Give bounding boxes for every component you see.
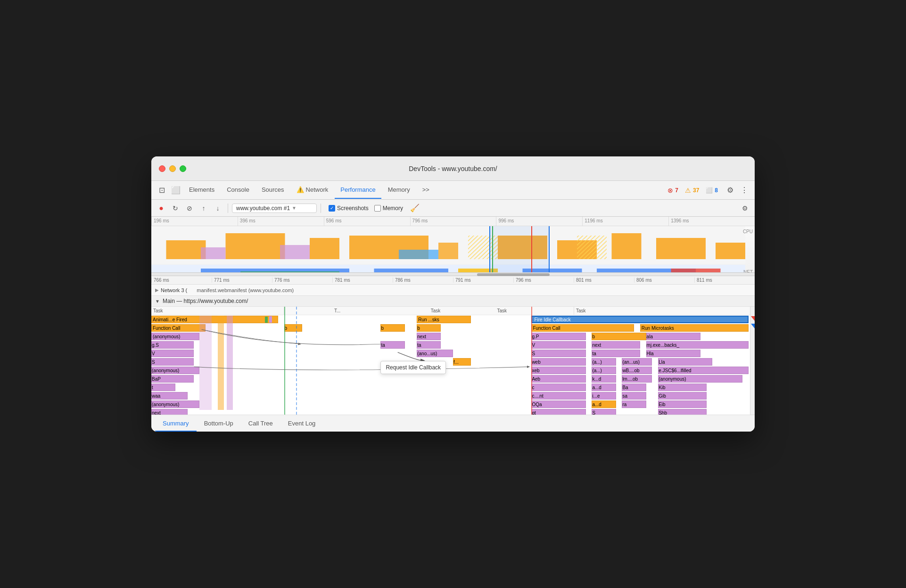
flame-block-b2[interactable]: b	[380, 324, 404, 332]
close-button[interactable]	[159, 165, 165, 172]
tab-sources[interactable]: Sources	[256, 182, 290, 199]
flame-block-f[interactable]: f...	[453, 358, 471, 366]
flame-block-anon3[interactable]: (anonymous)	[658, 375, 742, 383]
flame-block-waa[interactable]: waa	[151, 392, 188, 400]
flame-block-ejsc[interactable]: e.JSC$6...lfilled	[658, 367, 749, 374]
inspect-icon[interactable]: ⊡	[155, 184, 168, 197]
flame-block-ra[interactable]: ra	[622, 400, 646, 408]
more-options-icon[interactable]: ⋮	[738, 184, 751, 197]
error-badge-yellow[interactable]: ⚠ 37	[682, 187, 702, 194]
flame-block-xeb[interactable]: xeb	[531, 367, 585, 374]
tab-network[interactable]: ⚠️ Network	[291, 182, 334, 199]
screenshots-checkbox[interactable]: ✓ Screenshots	[329, 205, 369, 212]
flame-block-b3[interactable]: b	[417, 324, 441, 332]
overview-scrollbar-thumb[interactable]	[477, 273, 550, 276]
flame-block-ta1[interactable]: ta	[380, 341, 404, 349]
flame-block-a2[interactable]: (a...)	[592, 367, 616, 374]
flame-block-b1[interactable]: b	[284, 324, 302, 332]
flame-block-b4[interactable]: b	[592, 333, 646, 340]
minimize-button[interactable]	[169, 165, 176, 172]
reload-button[interactable]: ↻	[169, 202, 181, 214]
device-icon[interactable]: ⬜	[169, 184, 182, 197]
flame-block-functioncall1[interactable]: Function Call	[151, 324, 206, 332]
flame-block-anon1[interactable]: (anonymous)	[151, 333, 199, 340]
tab-elements[interactable]: Elements	[183, 182, 220, 199]
timeline-cpu-chart: CPU NET	[151, 226, 755, 273]
tab-performance[interactable]: Performance	[335, 182, 381, 199]
flame-block-c[interactable]: c	[531, 384, 585, 391]
settings-icon[interactable]: ⚙	[724, 184, 737, 197]
tab-memory[interactable]: Memory	[382, 182, 416, 199]
flame-block-s1[interactable]: S	[531, 350, 585, 357]
tab-calltree[interactable]: Call Tree	[241, 416, 280, 432]
flame-row-8: BaP Aeb k...d lm....ob (anonymous)	[151, 375, 755, 383]
flame-row-3: (anonymous) next g.P b ala	[151, 332, 755, 341]
flame-block-kd[interactable]: k...d	[592, 375, 616, 383]
flame-block-ala[interactable]: ala	[646, 333, 700, 340]
flame-block-shb[interactable]: Shb	[658, 409, 706, 415]
flame-block-kib[interactable]: Kib	[658, 384, 706, 391]
flame-block-s2[interactable]: S	[151, 358, 194, 366]
thread-collapse-arrow[interactable]: ▼	[155, 299, 160, 304]
flame-block-s3[interactable]: S	[592, 409, 616, 415]
sweep-button[interactable]: 🧹	[409, 202, 421, 214]
tab-more[interactable]: >>	[417, 182, 435, 199]
flame-block-gt[interactable]: gt	[531, 409, 585, 415]
flame-block-bap[interactable]: BaP	[151, 375, 194, 383]
url-selector[interactable]: www.youtube.com #1 ▼	[232, 204, 317, 213]
clear-button[interactable]: ⊘	[183, 202, 196, 214]
overview-scrollbar[interactable]	[151, 273, 755, 276]
network-row[interactable]: ▶ Network 3 ( manifest.webmanifest (www.…	[151, 285, 755, 296]
flame-block-lmob[interactable]: lm....ob	[622, 375, 652, 383]
flame-block-anus2[interactable]: (an...us)	[622, 358, 652, 366]
flame-block-next1[interactable]: next	[417, 333, 441, 340]
flame-block-next3[interactable]: next	[151, 409, 188, 415]
memory-checkbox[interactable]: Memory	[374, 205, 403, 212]
tab-summary[interactable]: Summary	[155, 416, 197, 432]
flame-block-anous1[interactable]: (ano...us)	[417, 350, 453, 357]
flame-block-gib[interactable]: Gib	[658, 392, 706, 400]
flame-block-runsks[interactable]: Run ...sks	[417, 316, 471, 323]
flame-block-ad2[interactable]: a...d	[592, 400, 616, 408]
flame-block-aeb[interactable]: Aeb	[531, 375, 585, 383]
flame-block-v2[interactable]: V	[151, 350, 194, 357]
flame-block-lla[interactable]: Lla	[658, 358, 712, 366]
settings-gear-icon[interactable]: ⚙	[739, 202, 751, 214]
flame-block-fireidle[interactable]: Fire Idle Callback ▶	[531, 316, 749, 323]
tab-console[interactable]: Console	[221, 182, 255, 199]
flame-block-animati[interactable]: Animati...e Fired	[151, 316, 278, 323]
flame-block-v1[interactable]: V	[531, 341, 585, 349]
flame-block-gs[interactable]: g.S	[151, 341, 194, 349]
flame-block-eib[interactable]: Eib	[658, 400, 706, 408]
flame-block-web[interactable]: web	[531, 358, 585, 366]
flame-block-cnt[interactable]: c....nt	[531, 392, 585, 400]
flame-block-ba[interactable]: Ba	[622, 384, 646, 391]
flame-block-gp[interactable]: g.P	[531, 333, 585, 340]
flame-block-ie[interactable]: i...e	[592, 392, 616, 400]
flame-block-functioncall2[interactable]: Function Call	[531, 324, 634, 332]
tab-eventlog[interactable]: Event Log	[280, 416, 323, 432]
error-badge-red[interactable]: ⊗ 7	[665, 187, 681, 194]
flame-block-mjexe[interactable]: mj.exe...backs_	[646, 341, 749, 349]
flame-block-next2[interactable]: next	[592, 341, 640, 349]
flame-block-a1[interactable]: (a...)	[592, 358, 616, 366]
maximize-button[interactable]	[180, 165, 186, 172]
flame-block-ad1[interactable]: a...d	[592, 384, 616, 391]
flame-block-ta2[interactable]: ta	[417, 341, 441, 349]
flame-block-anon2[interactable]: (anonymous)	[151, 367, 199, 374]
flame-block-oqa[interactable]: OQa	[531, 400, 585, 408]
flame-block-sa[interactable]: sa	[622, 392, 646, 400]
flame-block-hla[interactable]: Hla	[646, 350, 700, 357]
flame-block-wbob[interactable]: wB....ob	[622, 367, 652, 374]
flame-block-ta3[interactable]: ta	[592, 350, 640, 357]
marker-line-green	[492, 226, 493, 273]
tab-bottomup[interactable]: Bottom-Up	[197, 416, 241, 432]
timeline-overview[interactable]: 196 ms 396 ms 596 ms 796 ms 996 ms 1196 …	[151, 217, 755, 273]
flame-block-runmicrotasks[interactable]: Run Microtasks	[640, 324, 749, 332]
download-button[interactable]: ↓	[212, 202, 224, 214]
error-badge-blue[interactable]: ⬜ 8	[703, 187, 721, 194]
upload-button[interactable]: ↑	[198, 202, 210, 214]
record-button[interactable]: ●	[155, 202, 167, 214]
flame-block-anon4[interactable]: (anonymous)	[151, 400, 199, 408]
flame-block-t[interactable]: t	[151, 384, 175, 391]
